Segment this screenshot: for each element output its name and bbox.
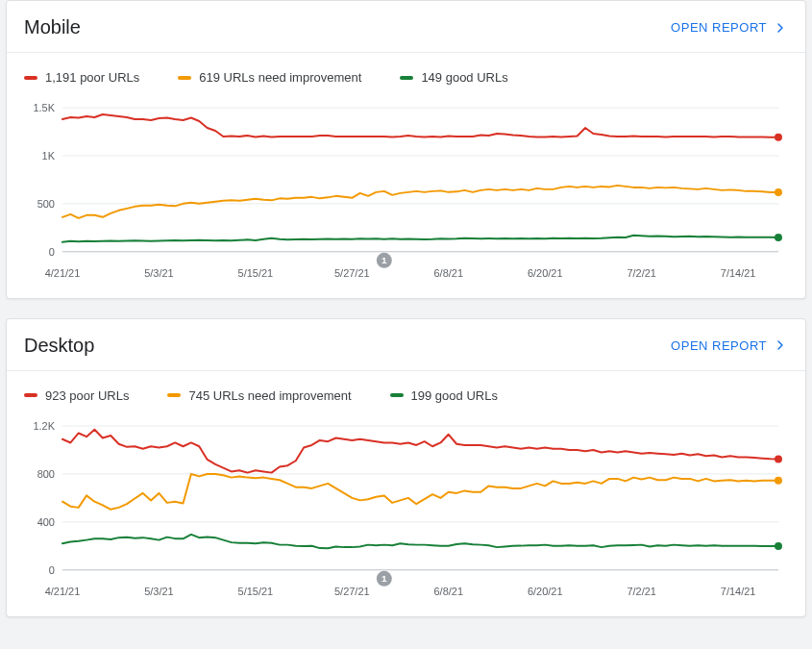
x-tick-label: 5/15/21 xyxy=(238,586,274,597)
x-tick-label: 5/3/21 xyxy=(144,586,174,597)
legend-label: 619 URLs need improvement xyxy=(199,70,361,85)
y-tick-label: 500 xyxy=(37,198,55,210)
chevron-right-icon xyxy=(773,337,788,353)
legend-swatch xyxy=(400,76,413,80)
legend-label: 149 good URLs xyxy=(421,70,507,85)
annotation-label: 1 xyxy=(381,573,387,584)
y-tick-label: 1.5K xyxy=(33,102,55,113)
y-tick-label: 400 xyxy=(37,516,55,528)
legend-swatch xyxy=(167,393,181,397)
legend-swatch xyxy=(24,393,37,397)
open-report-button[interactable]: OPEN REPORT xyxy=(671,337,788,353)
legend-swatch xyxy=(390,393,404,397)
legend-label: 745 URLs need improvement xyxy=(188,388,351,403)
legend-swatch xyxy=(178,76,191,80)
legend-item-good[interactable]: 149 good URLs xyxy=(400,70,507,85)
x-tick-label: 7/2/21 xyxy=(627,586,655,597)
x-tick-label: 7/14/21 xyxy=(721,267,756,279)
mobile-card: MobileOPEN REPORT1,191 poor URLs619 URLs… xyxy=(6,0,806,299)
x-tick-label: 5/3/21 xyxy=(144,267,174,279)
legend-item-needs[interactable]: 745 URLs need improvement xyxy=(167,388,351,403)
annotation-label: 1 xyxy=(381,255,387,265)
series-end-dot xyxy=(775,455,782,462)
series-good xyxy=(62,535,778,548)
series-needs xyxy=(62,186,778,218)
series-good xyxy=(62,236,778,242)
x-tick-label: 5/27/21 xyxy=(334,586,370,597)
desktop-card: DesktopOPEN REPORT923 poor URLs745 URLs … xyxy=(6,318,806,617)
x-tick-label: 6/20/21 xyxy=(528,586,563,597)
legend-label: 1,191 poor URLs xyxy=(45,70,139,85)
y-tick-label: 800 xyxy=(37,468,55,480)
legend-item-poor[interactable]: 1,191 poor URLs xyxy=(24,70,139,85)
series-end-dot xyxy=(775,477,782,485)
series-end-dot xyxy=(775,542,782,550)
open-report-button[interactable]: OPEN REPORT xyxy=(671,20,788,36)
line-chart: 05001K1.5K14/21/215/3/215/15/215/27/216/… xyxy=(24,98,788,281)
card-title: Desktop xyxy=(24,335,94,357)
legend-label: 199 good URLs xyxy=(411,388,498,403)
series-end-dot xyxy=(775,134,782,141)
x-tick-label: 7/14/21 xyxy=(721,586,756,597)
legend-swatch xyxy=(24,76,37,80)
x-tick-label: 7/2/21 xyxy=(627,267,655,279)
chart-area: 04008001.2K14/21/215/3/215/15/215/27/216… xyxy=(7,409,805,616)
series-needs xyxy=(62,474,778,510)
x-tick-label: 5/27/21 xyxy=(334,267,370,279)
series-end-dot xyxy=(775,188,782,196)
line-chart: 04008001.2K14/21/215/3/215/15/215/27/216… xyxy=(24,416,788,599)
y-tick-label: 0 xyxy=(49,246,55,258)
chart-legend: 923 poor URLs745 URLs need improvement19… xyxy=(7,371,805,409)
legend-item-poor[interactable]: 923 poor URLs xyxy=(24,388,129,403)
y-tick-label: 1.2K xyxy=(33,420,55,432)
y-tick-label: 0 xyxy=(49,564,55,576)
series-poor xyxy=(62,430,778,473)
card-title: Mobile xyxy=(24,16,81,38)
legend-item-good[interactable]: 199 good URLs xyxy=(390,388,498,403)
series-poor xyxy=(62,114,778,137)
x-tick-label: 5/15/21 xyxy=(238,267,274,279)
x-tick-label: 6/20/21 xyxy=(528,267,563,279)
card-header: MobileOPEN REPORT xyxy=(7,1,805,52)
x-tick-label: 4/21/21 xyxy=(45,267,81,279)
chevron-right-icon xyxy=(773,20,788,36)
x-tick-label: 6/8/21 xyxy=(434,586,464,597)
x-tick-label: 4/21/21 xyxy=(45,586,81,597)
legend-item-needs[interactable]: 619 URLs need improvement xyxy=(178,70,361,85)
series-end-dot xyxy=(775,234,782,241)
card-header: DesktopOPEN REPORT xyxy=(7,319,805,370)
chart-legend: 1,191 poor URLs619 URLs need improvement… xyxy=(7,53,805,90)
x-tick-label: 6/8/21 xyxy=(434,267,464,279)
open-report-label: OPEN REPORT xyxy=(671,338,767,353)
y-tick-label: 1K xyxy=(42,150,56,162)
open-report-label: OPEN REPORT xyxy=(671,20,767,35)
legend-label: 923 poor URLs xyxy=(45,388,129,403)
chart-area: 05001K1.5K14/21/215/3/215/15/215/27/216/… xyxy=(7,90,805,298)
